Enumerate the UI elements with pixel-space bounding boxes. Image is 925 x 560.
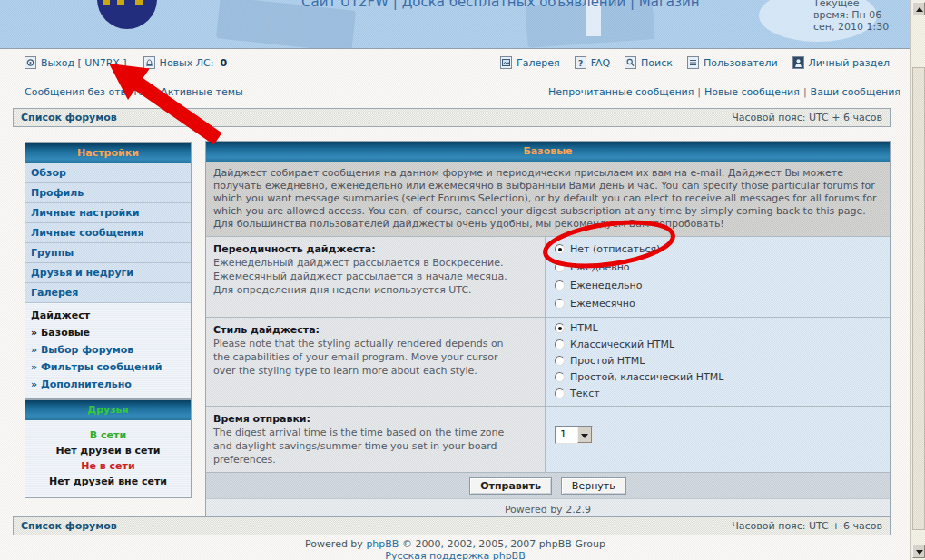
radio-option-style-html[interactable]: HTML	[555, 320, 881, 337]
style-label-cell: Стиль дайджеста: Please note that the st…	[206, 318, 546, 406]
radio-icon	[555, 339, 565, 349]
breadcrumb-bar-top: Список форумов Часовой пояс: UTC + 6 час…	[13, 108, 891, 127]
sidebar-item-gallery[interactable]: Галерея	[25, 283, 191, 303]
menu-gallery[interactable]: Галерея	[500, 56, 560, 69]
members-label: Пользователи	[704, 57, 778, 69]
option-label: Простой, классический HTML	[570, 371, 723, 383]
scroll-down-button[interactable]	[912, 545, 925, 558]
sidebar-item-digest[interactable]: Дайджест	[31, 307, 185, 324]
pm-icon	[143, 56, 155, 69]
radio-option-style-plain-classic-html[interactable]: Простой, классический HTML	[555, 369, 881, 386]
frequency-row: Переодичность дайджеста: Еженедельный да…	[206, 236, 890, 317]
radio-option-frequency-daily[interactable]: Ежедневно	[555, 259, 881, 277]
profile-icon	[792, 56, 804, 69]
option-label: Еженедельно	[570, 280, 642, 291]
frequency-hint: Еженедельный дайджест рассылается в Воск…	[213, 256, 519, 297]
radio-icon	[555, 356, 565, 366]
faq-label: FAQ	[591, 57, 610, 69]
separator: |	[803, 86, 807, 98]
footer-prefix: Powered by	[305, 538, 366, 550]
footer-copyright: Powered by phpBB © 2000, 2002, 2005, 200…	[0, 538, 910, 550]
sidebar-item-preferences[interactable]: Личные настройки	[25, 203, 191, 223]
logo-dot	[103, 0, 110, 5]
radio-checked-icon	[555, 323, 565, 333]
radio-icon	[555, 280, 565, 290]
your-posts-link[interactable]: Ваши сообщения	[811, 86, 900, 98]
users-icon	[687, 56, 699, 69]
unanswered-posts-link[interactable]: Сообщения без ответов	[25, 86, 150, 98]
annotation-arrow	[109, 64, 222, 145]
menu-faq[interactable]: ? FAQ	[575, 56, 610, 69]
vertical-scrollbar[interactable]	[910, 0, 925, 560]
timezone-label: Часовой пояс: UTC + 6 часов	[732, 109, 882, 126]
friends-offline-header: Не в сети	[25, 458, 191, 474]
send-hour-value: 1	[556, 427, 577, 443]
footer-support: Русская поддержка phpBB	[0, 550, 910, 560]
sidebar-item-digest-additional[interactable]: » Дополнительно	[31, 376, 185, 393]
sidebar-item-private-messages[interactable]: Личные сообщения	[25, 223, 191, 243]
option-label: Классический HTML	[570, 339, 674, 350]
radio-option-frequency-none[interactable]: Нет (отписаться)	[555, 241, 881, 259]
sidebar-digest-block: Дайджест » Базовые » Выбор форумов » Фил…	[25, 303, 191, 398]
sidebar-item-profile[interactable]: Профиль	[25, 183, 191, 203]
digest-settings-panel: Базовые Дайджест собирает сообщения на д…	[205, 141, 891, 522]
option-label: Текст	[570, 388, 600, 399]
friends-online-header: В сети	[25, 427, 191, 443]
sidebar-item-friends-foes[interactable]: Друзья и недруги	[25, 263, 191, 283]
sidebar-settings: Настройки Обзор Профиль Личные настройки…	[25, 142, 192, 399]
option-label: Ежедневно	[570, 261, 630, 273]
reset-button[interactable]: Вернуть	[561, 477, 626, 495]
submit-button[interactable]: Отправить	[469, 477, 552, 495]
style-label: Стиль дайджеста:	[213, 323, 519, 337]
radio-option-style-classic-html[interactable]: Классический HTML	[555, 337, 881, 353]
russian-support-link[interactable]: Русская поддержка phpBB	[385, 550, 525, 560]
sidebar-item-digest-filters[interactable]: » Фильтры сообщений	[31, 359, 185, 376]
send-time-label: Время отправки:	[213, 412, 519, 426]
breadcrumb-bar-bottom: Список форумов Часовой пояс: UTC + 6 час…	[13, 516, 891, 535]
menu-new-pm[interactable]: Новых ЛС:0	[143, 56, 228, 69]
down-arrow-icon	[916, 550, 923, 555]
sidebar-item-digest-forums[interactable]: » Выбор форумов	[31, 341, 185, 359]
new-pm-label: Новых ЛС:	[160, 57, 214, 69]
gallery-icon	[500, 56, 512, 69]
radio-option-frequency-monthly[interactable]: Ежемесячно	[555, 295, 881, 313]
radio-option-style-text[interactable]: Текст	[555, 386, 881, 402]
new-posts-link[interactable]: Новые сообщения	[704, 86, 800, 98]
ucp-label: Личный раздел	[809, 57, 890, 69]
option-label: Ежемесячно	[570, 298, 635, 309]
menu-logout[interactable]: Выход [ UN7RX ]	[25, 56, 127, 69]
phpbb-link[interactable]: phpBB	[366, 538, 399, 550]
scroll-up-button[interactable]	[912, 2, 925, 15]
frequency-label-cell: Переодичность дайджеста: Еженедельный да…	[206, 237, 546, 317]
sidebar-friends-title: Друзья	[25, 400, 191, 420]
sidebar-item-groups[interactable]: Группы	[25, 243, 191, 263]
panel-title: Базовые	[206, 142, 890, 162]
active-topics-link[interactable]: Активные темы	[161, 86, 243, 98]
radio-icon	[555, 388, 565, 398]
logo-dot	[135, 0, 143, 5]
friends-online-status: Нет друзей в сети	[25, 443, 191, 458]
forum-index-link[interactable]: Список форумов	[21, 109, 117, 126]
menu-search[interactable]: Поиск	[625, 56, 673, 69]
menu-ucp[interactable]: Личный раздел	[792, 56, 890, 69]
logout-label: Выход [ UN7RX ]	[41, 57, 127, 69]
logo-dot	[117, 0, 124, 5]
sidebar-item-digest-basics[interactable]: » Базовые	[31, 324, 185, 341]
user-menu-right: Галерея ? FAQ Поиск Пользователи Личный …	[500, 56, 890, 69]
radio-option-style-plain-html[interactable]: Простой HTML	[555, 353, 881, 369]
radio-icon	[555, 299, 565, 309]
send-time-label-cell: Время отправки: The digest arrival time …	[206, 407, 546, 472]
frequency-label: Переодичность дайджеста:	[213, 242, 519, 256]
topic-links-left: Сообщения без ответов|Активные темы	[25, 86, 243, 98]
scrollbar-thumb[interactable]	[912, 67, 925, 530]
footer-suffix: © 2000, 2002, 2005, 2007 phpBB Group	[399, 538, 605, 550]
send-hour-select[interactable]: 1	[555, 426, 593, 444]
menu-members[interactable]: Пользователи	[687, 56, 778, 69]
sidebar-item-overview[interactable]: Обзор	[25, 163, 191, 183]
forum-page: Сайт UT2FW | Доска бесплатных объявлений…	[0, 0, 925, 560]
forum-index-link[interactable]: Список форумов	[21, 517, 117, 535]
separator: |	[697, 86, 701, 98]
unread-posts-link[interactable]: Непрочитанные сообщения	[548, 86, 694, 98]
separator: |	[153, 86, 157, 98]
radio-option-frequency-weekly[interactable]: Еженедельно	[555, 277, 881, 295]
